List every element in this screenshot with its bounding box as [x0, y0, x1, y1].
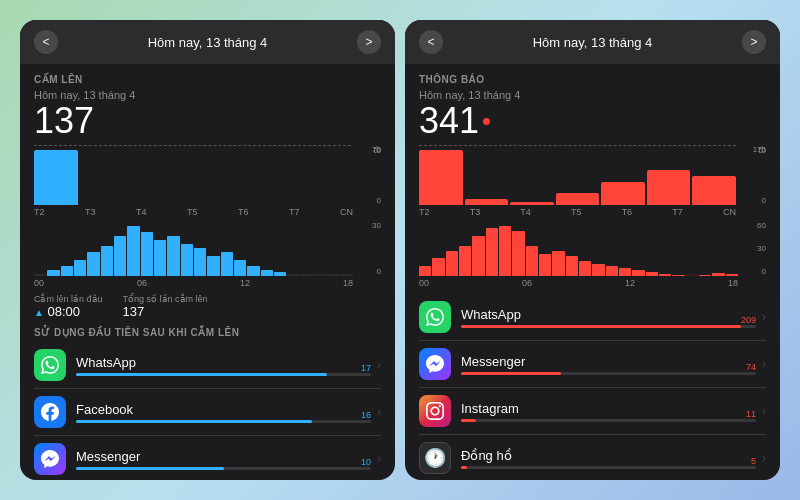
left-body: CẤM LÊN Hôm nay, 13 tháng 4 137 tb 700 T…: [20, 64, 395, 480]
whatsapp-info-left: WhatsApp 17: [76, 355, 371, 376]
clock-icon-right: 🕐: [419, 442, 451, 474]
right-body: THÔNG BÁO Hôm nay, 13 tháng 4 341 tb 175…: [405, 64, 780, 480]
right-app-clock[interactable]: 🕐 Đồng hồ 5 ›: [419, 435, 766, 480]
messenger-icon-left: [34, 443, 66, 475]
left-header: < Hôm nay, 13 tháng 4 >: [20, 20, 395, 64]
left-app-messenger[interactable]: Messenger 10 ›: [34, 436, 381, 480]
right-next-btn[interactable]: >: [742, 30, 766, 54]
left-app-facebook[interactable]: Facebook 16 ›: [34, 389, 381, 436]
instagram-icon-right: [419, 395, 451, 427]
left-panel: < Hôm nay, 13 tháng 4 > CẤM LÊN Hôm nay,…: [20, 20, 395, 480]
left-weekly-labels: T2T3T4T5T6T7CN: [34, 207, 381, 217]
whatsapp-icon-right: [419, 301, 451, 333]
whatsapp-icon-left: [34, 349, 66, 381]
notification-dot: [483, 118, 490, 125]
right-prev-btn[interactable]: <: [419, 30, 443, 54]
messenger-info-right: Messenger 74: [461, 354, 756, 375]
right-app-messenger[interactable]: Messenger 74 ›: [419, 341, 766, 388]
messenger-chevron-right: ›: [762, 357, 766, 371]
right-hourly-labels: 00061218: [419, 278, 766, 288]
right-title: Hôm nay, 13 tháng 4: [533, 35, 653, 50]
right-app-whatsapp[interactable]: WhatsApp 209 ›: [419, 294, 766, 341]
facebook-icon-left: [34, 396, 66, 428]
left-next-btn[interactable]: >: [357, 30, 381, 54]
first-pickup-stat: Cắm lên lần đầu ▲ 08:00: [34, 294, 103, 319]
instagram-chevron-right: ›: [762, 404, 766, 418]
left-hourly-chart: 30 0: [34, 221, 381, 276]
left-section-label: CẤM LÊN: [34, 74, 381, 85]
right-count: 341: [419, 103, 766, 139]
left-hourly-labels: 00061218: [34, 278, 381, 288]
right-panel: < Hôm nay, 13 tháng 4 > THÔNG BÁO Hôm na…: [405, 20, 780, 480]
facebook-info-left: Facebook 16: [76, 402, 371, 423]
messenger-chevron-left: ›: [377, 452, 381, 466]
left-stats: Cắm lên lần đầu ▲ 08:00 Tổng số lần cắm …: [34, 294, 381, 319]
left-weekly-chart: 700: [34, 145, 381, 205]
instagram-info-right: Instagram 11: [461, 401, 756, 422]
right-weekly-labels: T2T3T4T5T6T7CN: [419, 207, 766, 217]
total-pickup-stat: Tổng số lần cắm lên 137: [123, 294, 208, 319]
messenger-info-left: Messenger 10: [76, 449, 371, 470]
left-count: 137: [34, 103, 381, 139]
whatsapp-chevron-left: ›: [377, 358, 381, 372]
left-app-section-label: SỬ DỤNG ĐẦU TIÊN SAU KHI CẮM LÊN: [34, 327, 381, 338]
right-header: < Hôm nay, 13 tháng 4 >: [405, 20, 780, 64]
left-title: Hôm nay, 13 tháng 4: [148, 35, 268, 50]
right-weekly-chart: 1750: [419, 145, 766, 205]
left-prev-btn[interactable]: <: [34, 30, 58, 54]
right-hourly-chart: 60 30 0: [419, 221, 766, 276]
clock-info-right: Đồng hồ 5: [461, 448, 756, 469]
messenger-icon-right: [419, 348, 451, 380]
right-section-label: THÔNG BÁO: [419, 74, 766, 85]
facebook-chevron-left: ›: [377, 405, 381, 419]
clock-chevron-right: ›: [762, 451, 766, 465]
whatsapp-chevron-right: ›: [762, 310, 766, 324]
whatsapp-info-right: WhatsApp 209: [461, 307, 756, 328]
right-app-instagram[interactable]: Instagram 11 ›: [419, 388, 766, 435]
left-app-whatsapp[interactable]: WhatsApp 17 ›: [34, 342, 381, 389]
